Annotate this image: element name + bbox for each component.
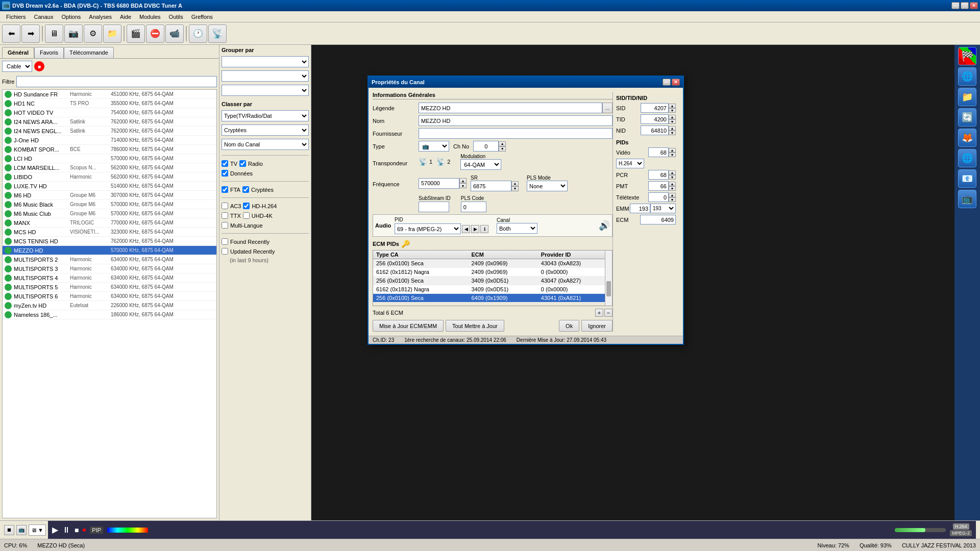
checkbox-updated-recently[interactable]: [222, 248, 228, 255]
substream-input[interactable]: [419, 202, 449, 212]
channel-row[interactable]: MULTISPORTS 5 Harmonic 634000 KHz, 6875 …: [3, 283, 216, 292]
checkbox-uhd-4k[interactable]: [243, 212, 250, 219]
modulation-dropdown[interactable]: 64-QAM: [460, 159, 501, 170]
taskbar-icon-5[interactable]: 🌐: [958, 149, 976, 167]
toolbar-record-btn[interactable]: 📹: [165, 24, 184, 43]
group-dropdown-1[interactable]: [222, 56, 309, 67]
sid-input[interactable]: [641, 103, 669, 113]
channel-row[interactable]: myZen.tv HD Eutelsat 226000 KHz, 6875 64…: [3, 301, 216, 310]
checkbox-ac3[interactable]: [222, 203, 228, 209]
volume-bar[interactable]: [895, 528, 946, 532]
teletext-up-btn[interactable]: ▲: [669, 193, 676, 197]
nid-up-btn[interactable]: ▲: [669, 126, 676, 131]
ignorer-btn[interactable]: Ignorer: [581, 320, 612, 332]
freq-down-btn[interactable]: ▼: [459, 183, 467, 188]
fournisseur-input[interactable]: [419, 128, 612, 139]
group-dropdown-3[interactable]: [222, 85, 309, 96]
channel-row[interactable]: LIBIDO Harmonic 562000 KHz, 6875 64-QAM: [3, 172, 216, 182]
channel-row[interactable]: MULTISPORTS 4 Harmonic 634000 KHz, 6875 …: [3, 273, 216, 283]
canal-dropdown[interactable]: Both Left Right: [497, 223, 537, 234]
sr-input[interactable]: [471, 181, 511, 191]
menu-fichiers[interactable]: Fichiers: [2, 13, 30, 21]
ecm-remove-btn[interactable]: −: [604, 309, 612, 317]
ecm-row[interactable]: 6162 (0x1812) Nagra 2409 (0x0969) 0 (0x0…: [373, 268, 612, 277]
toolbar-monitor-btn[interactable]: 🖥: [45, 24, 63, 43]
group-dropdown-2[interactable]: [222, 70, 309, 82]
channel-list[interactable]: HD Sundance FR Harmonic 451000 KHz, 6875…: [2, 89, 217, 518]
toolbar-settings-btn[interactable]: ⚙: [84, 24, 102, 43]
channel-row[interactable]: M6 HD Groupe M6 307000 KHz, 6875 64-QAM: [3, 191, 216, 200]
toolbar-satellite-btn[interactable]: 📡: [208, 24, 227, 43]
ecm-scrollbar[interactable]: [605, 251, 612, 306]
filter-input[interactable]: [16, 76, 217, 87]
bottom-btn-2[interactable]: 📺: [16, 525, 27, 535]
close-button[interactable]: ✕: [970, 2, 978, 9]
menu-canaux[interactable]: Canaux: [30, 13, 58, 21]
tab-general[interactable]: Général: [2, 47, 34, 58]
video-pid-down-btn[interactable]: ▼: [669, 153, 676, 157]
pcr-pid-input[interactable]: [648, 170, 669, 180]
menu-modules[interactable]: Modules: [135, 13, 165, 21]
checkbox-donnees[interactable]: [222, 170, 228, 177]
channel-row[interactable]: MCS TENNIS HD 762000 KHz, 6875 64-QAM: [3, 237, 216, 246]
tout-mettre-btn[interactable]: Tout Mettre à Jour: [446, 320, 504, 332]
ecm-add-btn[interactable]: +: [595, 309, 603, 317]
sid-up-btn[interactable]: ▲: [669, 104, 676, 108]
stop-icon[interactable]: ■: [34, 61, 44, 71]
checkbox-found-recently[interactable]: [222, 238, 228, 245]
pmt-up-btn[interactable]: ▲: [669, 182, 676, 186]
sort-cryptees-dropdown[interactable]: Cryptées: [222, 124, 309, 136]
channel-row[interactable]: MULTISPORTS 2 Harmonic 634000 KHz, 6875 …: [3, 255, 216, 264]
dialog-minimize-btn[interactable]: —: [663, 79, 671, 86]
channel-row[interactable]: MCS HD VISIONETI... 323000 KHz, 6875 64-…: [3, 228, 216, 237]
channel-row[interactable]: HOT VIDEO TV 754000 KHz, 6875 64-QAM: [3, 108, 216, 117]
ch-no-up-btn[interactable]: ▲: [499, 141, 506, 146]
minimize-button[interactable]: —: [951, 2, 960, 9]
audio-pid-dropdown[interactable]: 69 - fra (MPEG-2): [395, 223, 461, 234]
toolbar-forward-btn[interactable]: ➡: [21, 24, 40, 43]
ecm-row[interactable]: 6162 (0x1812) Nagra 3409 (0x0D51) 0 (0x0…: [373, 285, 612, 294]
windows-flag-icon[interactable]: 🏁: [958, 47, 976, 65]
checkbox-ttx[interactable]: [222, 212, 228, 219]
mise-a-jour-btn[interactable]: Mise à Jour ECM/EMM: [373, 320, 444, 332]
channel-row[interactable]: MULTISPORTS 3 Harmonic 634000 KHz, 6875 …: [3, 264, 216, 273]
ecm-row[interactable]: 256 (0x0100) Seca 2409 (0x0969) 43043 (0…: [373, 259, 612, 268]
ch-no-input[interactable]: [473, 141, 499, 152]
toolbar-film-btn[interactable]: 🎬: [127, 24, 145, 43]
checkbox-multi-langue[interactable]: [222, 222, 228, 229]
taskbar-icon-3[interactable]: 🔄: [958, 108, 976, 127]
tab-favoris[interactable]: Favoris: [34, 47, 64, 58]
cable-dropdown[interactable]: Cable: [2, 61, 32, 72]
pcr-up-btn[interactable]: ▲: [669, 170, 676, 175]
toolbar-clock-btn[interactable]: 🕐: [189, 24, 207, 43]
video-pid-up-btn[interactable]: ▲: [669, 148, 676, 153]
taskbar-icon-6[interactable]: 📧: [958, 169, 976, 188]
sr-down-btn[interactable]: ▼: [511, 186, 519, 191]
menu-analyses[interactable]: Analyses: [85, 13, 116, 21]
type-dropdown[interactable]: 📺: [419, 141, 449, 152]
pmt-pid-input[interactable]: [648, 181, 669, 191]
channel-row[interactable]: M6 Music Black Groupe M6 570000 KHz, 687…: [3, 200, 216, 209]
channel-row[interactable]: HD Sundance FR Harmonic 451000 KHz, 6875…: [3, 90, 216, 99]
channel-row[interactable]: HD1 NC TS PRO 355000 KHz, 6875 64-QAM: [3, 99, 216, 108]
audio-pid-info-btn[interactable]: ℹ: [480, 225, 488, 233]
ch-no-down-btn[interactable]: ▼: [499, 146, 506, 152]
dialog-close-btn[interactable]: ✕: [672, 79, 680, 86]
menu-outils[interactable]: Outils: [165, 13, 187, 21]
channel-row[interactable]: MANX TRILOGIC 770000 KHz, 6875 64-QAM: [3, 218, 216, 228]
ecm-row[interactable]: 256 (0x0100) Seca 3409 (0x0D51) 43047 (0…: [373, 277, 612, 285]
freq-up-btn[interactable]: ▲: [459, 178, 467, 183]
audio-pid-next-btn[interactable]: ▶: [471, 225, 479, 233]
tid-input[interactable]: [641, 114, 669, 124]
channel-row[interactable]: J-One HD 714000 KHz, 6875 64-QAM: [3, 136, 216, 145]
legende-browse-btn[interactable]: ...: [602, 103, 612, 113]
channel-row[interactable]: KOMBAT SPOR... BCE 786000 KHz, 6875 64-Q…: [3, 145, 216, 154]
channel-row[interactable]: I24 NEWS ARA... Satlink 762000 KHz, 6875…: [3, 117, 216, 127]
audio-pid-prev-btn[interactable]: ◀: [462, 225, 470, 233]
checkbox-tv[interactable]: [222, 160, 228, 167]
tid-up-btn[interactable]: ▲: [669, 115, 676, 119]
toolbar-stop-btn[interactable]: ⛔: [146, 24, 164, 43]
channel-row[interactable]: Nameless 186_... 186000 KHz, 6875 64-QAM: [3, 310, 216, 319]
channel-row-selected[interactable]: MEZZO HD 570000 KHz, 6875 64-QAM: [3, 246, 216, 255]
pmt-down-btn[interactable]: ▼: [669, 186, 676, 191]
